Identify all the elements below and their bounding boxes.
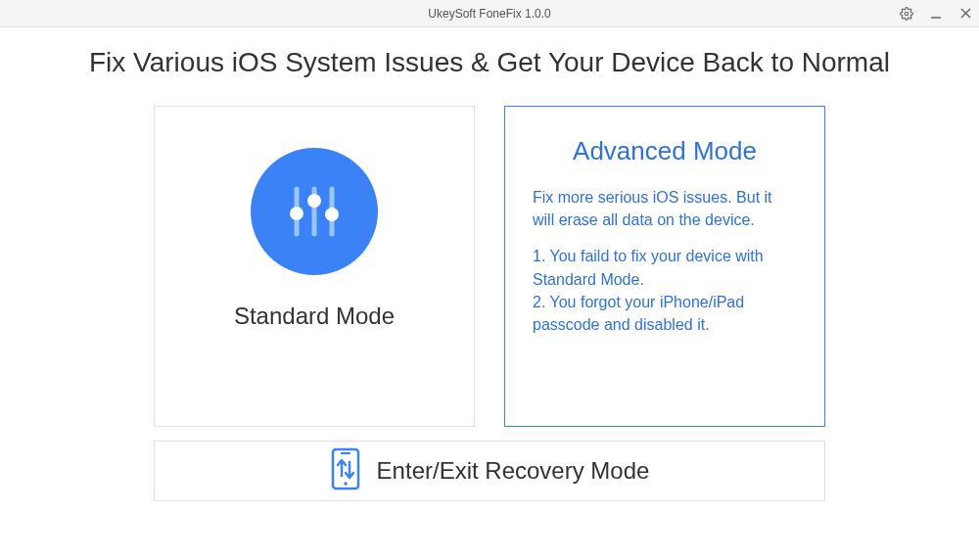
advanced-point-2: 2. You forgot your iPhone/iPad passcode … xyxy=(533,291,797,336)
phone-arrows-icon xyxy=(330,447,361,494)
page-headline: Fix Various iOS System Issues & Get Your… xyxy=(0,47,979,78)
svg-point-9 xyxy=(325,208,339,221)
settings-icon[interactable] xyxy=(899,6,914,22)
standard-mode-title: Standard Mode xyxy=(234,303,395,330)
recovery-label: Enter/Exit Recovery Mode xyxy=(377,457,650,485)
svg-point-0 xyxy=(905,12,909,16)
advanced-mode-title: Advanced Mode xyxy=(573,136,757,166)
window-controls xyxy=(899,0,973,26)
recovery-mode-button[interactable]: Enter/Exit Recovery Mode xyxy=(154,441,825,501)
advanced-point-1: 1. You faild to fix your device with Sta… xyxy=(533,245,797,290)
svg-point-7 xyxy=(290,207,303,220)
main-content: Fix Various iOS System Issues & Get Your… xyxy=(0,27,979,501)
sliders-icon xyxy=(251,148,378,275)
advanced-intro: Fix more serious iOS issues. But it will… xyxy=(533,186,797,231)
svg-point-12 xyxy=(344,482,348,486)
advanced-mode-card[interactable]: Advanced Mode Fix more serious iOS issue… xyxy=(504,106,825,427)
svg-point-8 xyxy=(307,194,321,208)
minimize-icon[interactable] xyxy=(928,6,944,22)
close-icon[interactable] xyxy=(957,6,973,22)
titlebar: UkeySoft FoneFix 1.0.0 xyxy=(0,0,979,27)
advanced-mode-description: Fix more serious iOS issues. But it will… xyxy=(521,186,809,336)
standard-mode-card[interactable]: Standard Mode xyxy=(154,106,475,427)
mode-cards: Standard Mode Advanced Mode Fix more ser… xyxy=(0,106,979,427)
app-title: UkeySoft FoneFix 1.0.0 xyxy=(428,7,550,21)
